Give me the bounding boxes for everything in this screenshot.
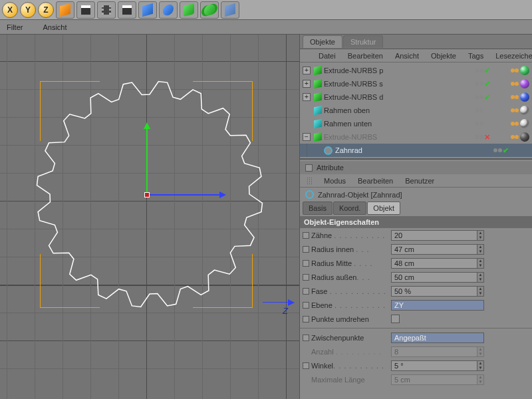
expander-icon[interactable]: − [303, 133, 311, 141]
attribute-checkbox[interactable] [305, 164, 313, 172]
objects-menu-bar: Datei Bearbeiten Ansicht Objekte Tags Le… [300, 49, 532, 63]
attr-menu-modus[interactable]: Modus [324, 177, 346, 185]
punkte-checkbox[interactable] [391, 315, 400, 323]
attributes-title: Attribute [317, 164, 344, 172]
attr-menu-bearbeiten[interactable]: Bearbeiten [358, 177, 393, 185]
menu-objekte[interactable]: Objekte [431, 52, 456, 60]
gear-icon [305, 190, 314, 199]
scene-button[interactable] [221, 1, 239, 19]
tree-row-rahmen-oben[interactable]: Rahmen oben [300, 104, 532, 117]
prop-radius-mitte: Radius Mitte . . . . 48 cm ▲▼ [300, 256, 532, 270]
subtab-koord[interactable]: Koord. [333, 201, 366, 215]
radius-aussen-input[interactable]: 50 cm [391, 272, 477, 283]
attr-menu-benutzer[interactable]: Benutzer [405, 177, 434, 185]
viewport-3d[interactable]: // grid drawn below via JS after data lo… [0, 35, 299, 399]
anim-checkbox[interactable] [303, 260, 309, 267]
tab-objekte[interactable]: Objekte [303, 35, 342, 48]
anim-checkbox[interactable] [303, 232, 309, 239]
subtab-objekt[interactable]: Objekt [367, 201, 400, 215]
tree-row-extrude-nurbs[interactable]: − Extrude-NURBS ✕ [300, 130, 532, 144]
attributes-header: Attribute [300, 161, 532, 174]
anim-checkbox[interactable] [303, 274, 309, 281]
zaehne-input[interactable]: 20 [391, 230, 477, 241]
anzahl-input: 8 [391, 346, 477, 357]
radius-innen-input[interactable]: 47 cm [391, 244, 477, 255]
anim-checkbox[interactable] [303, 334, 309, 341]
array-button[interactable] [200, 1, 219, 19]
tree-row-extrude-p[interactable]: + Extrude-NURBS p ✔ [300, 64, 532, 77]
menu-ansicht[interactable]: Ansicht [395, 52, 419, 60]
spinner: ▲▼ [477, 346, 484, 357]
fase-input[interactable]: 50 % [391, 286, 477, 297]
anim-checkbox[interactable] [303, 246, 309, 253]
axis-y-button[interactable]: Y [20, 2, 36, 18]
anim-checkbox[interactable] [303, 288, 309, 295]
spinner[interactable]: ▲▼ [477, 272, 484, 283]
axis-x-button[interactable]: X [2, 2, 18, 18]
material-ball-icon[interactable] [520, 132, 529, 142]
subtab-basis[interactable]: Basis [303, 201, 332, 215]
tab-struktur[interactable]: Struktur [343, 35, 384, 48]
tree-row-zahnrad[interactable]: Zahnrad ✔ [300, 144, 532, 157]
gizmo-y-arrow-icon [144, 122, 150, 129]
expander-icon[interactable]: + [303, 66, 311, 74]
maxlen-input: 5 cm [391, 374, 477, 385]
object-title-row: Zahnrad-Objekt [Zahnrad] [300, 188, 532, 201]
top-toolbar: X Y Z [0, 0, 532, 20]
material-ball-icon[interactable] [520, 79, 529, 88]
spinner[interactable]: ▲▼ [477, 360, 484, 371]
spinner[interactable]: ▲▼ [477, 258, 484, 269]
gizmo-y-axis[interactable] [146, 128, 148, 194]
axis-z-label: Z [283, 306, 288, 316]
prop-radius-aussen: Radius außen. . . 50 cm ▲▼ [300, 270, 532, 284]
menu-tags[interactable]: Tags [468, 52, 483, 60]
expander-icon[interactable]: + [303, 80, 311, 88]
expander-icon[interactable]: + [303, 93, 311, 101]
material-ball-icon[interactable] [520, 66, 529, 75]
tree-row-rahmen-unten[interactable]: Rahmen unten [300, 117, 532, 130]
gizmo-origin[interactable] [144, 192, 150, 198]
tree-row-extrude-s[interactable]: + Extrude-NURBS s ✔ [300, 77, 532, 90]
clapper-tool-button[interactable] [76, 1, 95, 19]
ebene-dropdown[interactable]: ZY [391, 300, 484, 311]
anim-checkbox[interactable] [303, 362, 309, 369]
primitive-cube-button[interactable] [138, 1, 157, 19]
object-tree: + Extrude-NURBS p ✔ + Extrude-NURBS s ✔ [300, 63, 532, 158]
menu-bearbeiten[interactable]: Bearbeiten [348, 52, 383, 60]
object-icon [314, 106, 322, 116]
anim-checkbox[interactable] [303, 316, 309, 323]
grip-icon[interactable] [307, 177, 312, 185]
filter-menu[interactable]: Filter [7, 23, 23, 31]
tree-row-extrude-d[interactable]: + Extrude-NURBS d ✔ [300, 90, 532, 104]
material-ball-icon[interactable] [520, 106, 529, 115]
spinner[interactable]: ▲▼ [477, 230, 484, 241]
material-ball-icon[interactable] [520, 92, 529, 102]
anim-checkbox[interactable] [303, 302, 309, 309]
prop-punkte: Punkte umdrehen [300, 312, 532, 326]
ansicht-menu[interactable]: Ansicht [43, 23, 66, 31]
tree-label: Rahmen oben [324, 106, 475, 114]
prop-zaehne: Zähne . . . . . . . . . . 20 ▲▼ [300, 228, 532, 242]
menu-datei[interactable]: Datei [319, 52, 336, 60]
material-ball-icon[interactable] [520, 119, 529, 128]
clapper2-tool-button[interactable] [118, 1, 136, 19]
prop-fase: Fase . . . . . . . . . . . 50 % ▲▼ [300, 284, 532, 298]
gizmo-x-axis[interactable] [148, 194, 221, 196]
radius-mitte-input[interactable]: 48 cm [391, 258, 477, 269]
menu-lesezeichen[interactable]: Lesezeichen [495, 52, 532, 60]
filter-bar: Filter Ansicht [0, 20, 532, 35]
spinner[interactable]: ▲▼ [477, 286, 484, 297]
axis-z-button[interactable]: Z [38, 2, 54, 18]
right-panel: Objekte Struktur Datei Bearbeiten Ansich… [299, 35, 532, 399]
tree-label: Extrude-NURBS [324, 133, 475, 141]
deformer-button[interactable] [159, 1, 178, 19]
zwischenpunkte-dropdown[interactable]: Angepaßt [391, 332, 484, 343]
winkel-input[interactable]: 5 ° [391, 360, 477, 371]
object-title: Zahnrad-Objekt [Zahnrad] [318, 191, 402, 199]
nurbs-icon [314, 66, 322, 76]
film-tool-button[interactable] [97, 1, 116, 19]
spinner[interactable]: ▲▼ [477, 244, 484, 255]
gear-icon [324, 146, 332, 155]
generator-button[interactable] [180, 1, 198, 19]
cube-tool-button[interactable] [56, 1, 74, 19]
